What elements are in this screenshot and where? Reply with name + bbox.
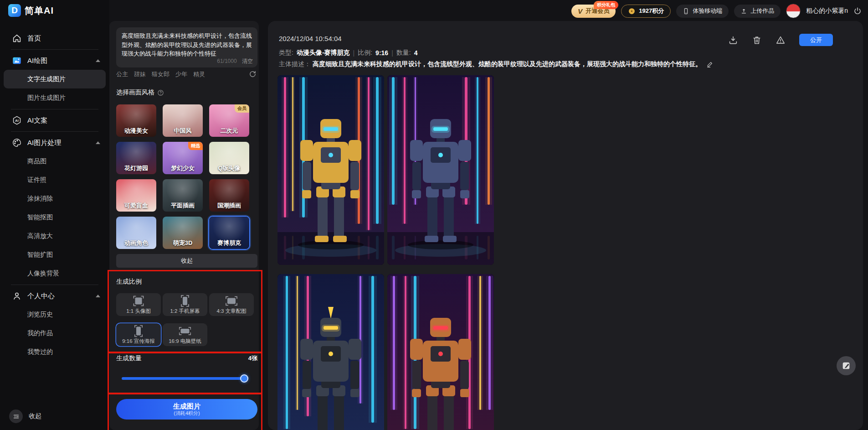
points-balance-button[interactable]: 1927积分 [621,5,671,18]
user-avatar[interactable] [786,4,801,18]
top-bar: D 简单AI V 开通会员 积分礼包 1927积分 体验移动端 [0,0,868,21]
sidebar-item-商品图[interactable]: 商品图 [0,152,109,171]
style-option-Q版头像[interactable]: Q版头像 [209,142,249,174]
subject-description: 主体描述： 高度细致且充满未来科技感的机甲设计，包含流线型外观、炫酷的装甲纹理以… [279,60,714,68]
ratio-option-1:2[interactable]: 1:2 手机屏幕 [163,293,207,316]
sidebar-item-label: 我的作品 [27,329,53,337]
style-option-中国风[interactable]: 中国风 [163,104,203,137]
result-panel: 2024/12/04 10:54:04 公开 类型: 动漫头像-赛博朋克 | 比… [268,21,863,430]
generation-timestamp: 2024/12/04 10:54:04 [279,35,342,42]
ratio-option-4:3[interactable]: 4:3 文章配图 [209,293,254,316]
sidebar-item-我的作品[interactable]: 我的作品 [0,324,109,342]
generate-button[interactable]: 生成图片 (消耗4积分) [116,399,257,420]
count-value: 4张 [248,354,257,363]
sidebar-divider [11,49,98,50]
logout-power-icon[interactable] [853,7,862,15]
sidebar-item-涂抹消除[interactable]: 涂抹消除 [0,189,109,208]
suggested-tag[interactable]: 精灵 [193,70,205,78]
mobile-app-button[interactable]: 体验移动端 [676,5,729,18]
app-logo[interactable]: D 简单AI [8,4,54,17]
refresh-tags-icon[interactable] [249,70,257,78]
ratio-option-1:1[interactable]: 1:1 头像图 [116,293,161,316]
suggested-tag[interactable]: 少年 [175,70,187,78]
suggested-tag[interactable]: 甜妹 [134,70,146,78]
clear-prompt-button[interactable]: 清空 [242,58,253,64]
sidebar-item-图片生成图片[interactable]: 图片生成图片 [0,88,109,107]
sidebar-item-label: 智能抠图 [27,213,53,222]
style-option-平面插画[interactable]: 平面插画 [163,179,203,212]
style-option-二次元[interactable]: 二次元会员 [209,104,249,137]
description-label: 主体描述： [279,60,311,68]
generated-image-mecha-dark-gold[interactable] [277,274,384,430]
suggested-tag[interactable]: 猫女郎 [152,70,169,78]
style-option-动画角色[interactable]: 动画角色 [116,217,156,249]
open-membership-button[interactable]: V 开通会员 积分礼包 [571,5,616,18]
report-warning-icon[interactable] [776,35,786,45]
composer-panel: 高度细致且充满未来科技感的机甲设计，包含流线型外观、炫酷的装甲纹理以及先进的武器… [109,21,259,430]
ratio-section-title: 生成比例 [116,278,142,286]
sidebar-item-个人中心[interactable]: 个人中心 [0,287,109,305]
delete-icon[interactable] [752,35,762,45]
style-option-动漫美女[interactable]: 动漫美女 [116,104,156,137]
floating-edit-button[interactable] [837,356,856,375]
ratio-grid: 1:1 头像图1:2 手机屏幕4:3 文章配图9:16 宣传海报16:9 电脑壁… [116,293,257,346]
sidebar-item-label: 商品图 [27,157,46,166]
points-gift-badge: 积分礼包 [594,1,618,9]
sidebar-item-智能抠图[interactable]: 智能抠图 [0,208,109,227]
download-icon[interactable] [728,35,738,45]
styles-collapse-button[interactable]: 收起 [116,254,257,268]
style-option-国潮插画[interactable]: 国潮插画 [209,179,249,212]
sidebar-item-首页[interactable]: 首页 [0,29,109,47]
sidebar-item-AI绘图[interactable]: AI绘图 [0,52,109,70]
phone-icon [683,8,689,15]
aspect-ratio-icon [133,295,144,307]
sidebar-collapse-label: 收起 [29,412,41,420]
slider-thumb[interactable] [240,374,248,383]
edit-description-icon[interactable] [706,61,714,68]
style-option-label: 二次元 [209,127,249,135]
sidebar-item-AI文案[interactable]: AIAI文案 [0,111,109,130]
ratio-option-label: 1:2 手机屏幕 [170,308,200,315]
sidebar-collapse-button[interactable]: 收起 [9,409,41,423]
sidebar-item-智能扩图[interactable]: 智能扩图 [0,245,109,264]
publish-button[interactable]: 公开 [799,34,833,46]
style-option-梦幻少女[interactable]: 梦幻少女精选 [163,142,203,174]
style-option-可爱盲盒[interactable]: 可爱盲盒 [116,179,156,212]
help-icon[interactable] [157,89,164,96]
sidebar-item-文字生成图片[interactable]: 文字生成图片 [4,70,106,88]
ratio-option-label: 9:16 宣传海报 [122,338,155,345]
style-option-label: 萌宠3D [163,239,203,247]
sidebar-item-label: AI文案 [27,116,47,125]
style-section-title: 选择画面风格 [116,88,164,97]
coin-icon [628,7,636,15]
style-badge: 精选 [188,142,203,150]
sidebar-item-高清放大[interactable]: 高清放大 [0,227,109,245]
upload-work-button[interactable]: 上传作品 [734,5,781,18]
suggested-tag[interactable]: 公主 [116,70,128,78]
ratio-option-16:9[interactable]: 16:9 电脑壁纸 [163,323,207,346]
generated-image-mecha-blue[interactable] [387,75,494,265]
prompt-input[interactable]: 高度细致且充满未来科技感的机甲设计，包含流线型外观、炫酷的装甲纹理以及先进的武器… [116,27,257,67]
sidebar-item-人像换背景[interactable]: 人像换背景 [0,264,109,283]
prompt-text: 高度细致且充满未来科技感的机甲设计，包含流线型外观、炫酷的装甲纹理以及先进的武器… [122,31,252,58]
generated-image-mecha-copper[interactable] [387,274,494,430]
sidebar-item-证件照[interactable]: 证件照 [0,171,109,189]
sidebar-item-AI图片处理[interactable]: AI图片处理 [0,134,109,152]
upload-button-label: 上传作品 [750,7,774,15]
style-option-赛博朋克[interactable]: 赛博朋克 [209,217,249,249]
separator: | [391,49,393,57]
style-option-萌宠3D[interactable]: 萌宠3D [163,217,203,249]
points-label: 1927积分 [639,7,664,15]
generated-image-mecha-gold[interactable] [277,75,384,265]
sidebar-item-浏览历史[interactable]: 浏览历史 [0,305,109,324]
generated-image-grid [277,75,494,430]
sidebar-item-我赞过的[interactable]: 我赞过的 [0,342,109,361]
count-slider[interactable] [116,374,257,383]
upload-icon [740,8,747,15]
slider-track[interactable] [122,377,248,380]
aspect-ratio-icon [226,295,237,307]
suggested-tags-row: 公主甜妹猫女郎少年精灵 [116,70,257,79]
ratio-option-9:16[interactable]: 9:16 宣传海报 [116,323,161,346]
sidebar-item-label: 图片生成图片 [27,94,66,102]
style-option-花灯游园[interactable]: 花灯游园 [116,142,156,174]
